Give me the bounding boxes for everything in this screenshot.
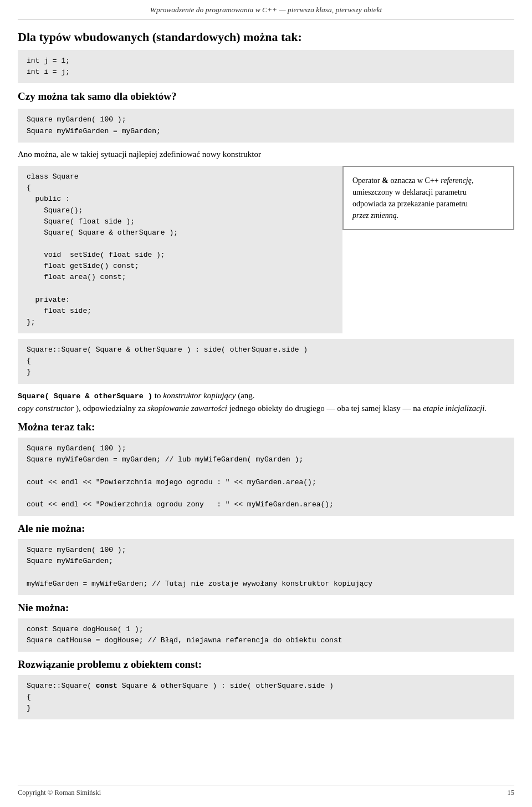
ale-nie-code: Square myGarden( 100 ); Square myWifeGar… xyxy=(18,539,514,595)
copy-constructor-explanation: Square( Square & otherSquare ) to konstr… xyxy=(18,389,514,415)
square-copy-inline: Square( Square & otherSquare ) xyxy=(18,392,152,400)
nie-mozna-label: Nie można: xyxy=(18,602,514,614)
mozna-teraz-label: Można teraz tak: xyxy=(18,421,514,433)
intro-text: Ano można, ale w takiej sytuacji najlepi… xyxy=(18,148,514,161)
tooltip-text: Operator & oznacza w C++ referencję,umie… xyxy=(352,176,473,220)
copy-constructor-eng: copy constructor xyxy=(18,404,74,413)
header-title: Wprowadzenie do programowania w C++ — pi… xyxy=(150,6,382,14)
konstruktor-kopiujacy: konstruktor kopiujący xyxy=(163,391,236,400)
copy-constructor-code: Square::Square( Square & otherSquare ) :… xyxy=(18,339,514,383)
skopiowanie: skopiowanie zawartości xyxy=(147,404,227,413)
copy-constructor-desc1: ), odpowiedzialny za xyxy=(76,404,147,413)
page-header: Wprowadzenie do programowania w C++ — pi… xyxy=(18,0,514,19)
copy-constructor-desc2: jednego obiekty do drugiego — oba tej sa… xyxy=(229,404,423,413)
section2-code1: Square myGarden( 100 ); Square myWifeGar… xyxy=(18,109,514,142)
ale-nie-label: Ale nie można: xyxy=(18,522,514,535)
mozna-teraz-code: Square myGarden( 100 ); Square myWifeGar… xyxy=(18,438,514,516)
etapie: etapie inicjalizacji. xyxy=(423,404,487,413)
class-code: class Square { public : Square(); Square… xyxy=(18,166,342,333)
nie-mozna-code: const Square dogHouse( 1 ); Square catHo… xyxy=(18,618,514,652)
question-text: Czy można tak samo dla obiektów? xyxy=(18,89,514,105)
rozwiazanie-code: Square::Square( const Square & otherSqua… xyxy=(18,675,514,719)
tooltip-box: Operator & oznacza w C++ referencję,umie… xyxy=(342,166,514,230)
page-footer: Copyright © Roman Simiński 15 xyxy=(18,785,514,797)
page-number: 15 xyxy=(508,789,515,797)
section1-code: int j = 1; int i = j; xyxy=(18,50,514,83)
page: Wprowadzenie do programowania w C++ — pi… xyxy=(0,0,532,807)
to-word: to xyxy=(155,391,163,400)
ang-prefix: (ang. xyxy=(238,391,254,400)
rozwiazanie-label: Rozwiązanie problemu z obiektem const: xyxy=(18,658,514,671)
section1-title: Dla typów wbudowanych (standardowych) mo… xyxy=(18,29,514,45)
class-section: class Square { public : Square(); Square… xyxy=(18,166,514,333)
copyright: Copyright © Roman Simiński xyxy=(18,789,101,797)
